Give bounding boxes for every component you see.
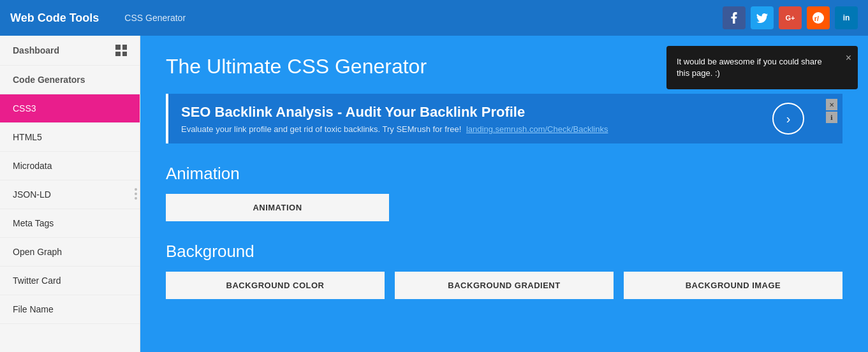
code-generators-label: Code Generators: [13, 75, 85, 85]
ad-link[interactable]: landing.semrush.com/Check/Backlinks: [466, 124, 608, 134]
ad-info-button[interactable]: ℹ: [826, 112, 837, 123]
sidebar-item-css3[interactable]: CSS3: [0, 94, 140, 123]
top-header: Web Code Tools CSS Generator G+ r/ in: [0, 0, 868, 36]
ad-banner-text: SEO Backlink Analysis - Audit Your Backl…: [181, 104, 608, 134]
sidebar-item-label: Open Graph: [13, 247, 62, 257]
sidebar-item-label: HTML5: [13, 132, 42, 142]
sidebar-item-html5[interactable]: HTML5: [0, 123, 140, 152]
gplus-icon[interactable]: G+: [779, 6, 802, 29]
sidebar-dashboard[interactable]: Dashboard: [0, 36, 140, 66]
animation-buttons: ANIMATION: [166, 194, 842, 221]
background-image-button[interactable]: BACKGROUND IMAGE: [624, 272, 842, 299]
sidebar-item-microdata[interactable]: Microdata: [0, 152, 140, 180]
main-content: It would be awesome if you could share t…: [140, 36, 868, 352]
sidebar-item-label: Microdata: [13, 161, 52, 171]
animation-button[interactable]: ANIMATION: [166, 194, 389, 221]
sidebar-item-json-ld[interactable]: JSON-LD: [0, 180, 140, 209]
toast-message: It would be awesome if you could share t…: [677, 57, 822, 78]
ad-arrow-button[interactable]: ›: [772, 103, 804, 135]
resize-handle[interactable]: [132, 186, 140, 202]
reddit-icon[interactable]: r/: [807, 6, 830, 29]
sidebar-item-open-graph[interactable]: Open Graph: [0, 238, 140, 267]
main-layout: Dashboard Code Generators CSS3 HTML5 Mic…: [0, 36, 868, 352]
ad-heading: SEO Backlink Analysis - Audit Your Backl…: [181, 104, 608, 121]
toast-close-button[interactable]: ×: [846, 51, 851, 65]
dashboard-label: Dashboard: [13, 45, 59, 55]
background-color-button[interactable]: BACKGROUND COLOR: [166, 272, 385, 299]
sidebar-item-meta-tags[interactable]: Meta Tags: [0, 209, 140, 238]
sidebar-item-file-name[interactable]: File Name: [0, 295, 140, 324]
sidebar-item-twitter-card[interactable]: Twitter Card: [0, 267, 140, 295]
ad-banner: SEO Backlink Analysis - Audit Your Backl…: [166, 94, 842, 143]
sidebar-code-generators: Code Generators: [0, 66, 140, 94]
facebook-icon[interactable]: [723, 6, 746, 29]
linkedin-icon[interactable]: in: [835, 6, 858, 29]
toast-notification: It would be awesome if you could share t…: [666, 46, 858, 89]
background-gradient-button[interactable]: BACKGROUND GRADIENT: [395, 272, 614, 299]
sidebar-item-label: CSS3: [13, 103, 36, 114]
ad-controls: ✕ ℹ: [826, 99, 837, 123]
svg-text:r/: r/: [814, 15, 819, 22]
animation-section-heading: Animation: [166, 164, 842, 184]
ad-close-button[interactable]: ✕: [826, 99, 837, 110]
dashboard-grid-icon: [115, 45, 127, 56]
background-section-heading: Background: [166, 242, 842, 261]
ad-description: Evaluate your link profile and get rid o…: [181, 124, 608, 134]
sidebar: Dashboard Code Generators CSS3 HTML5 Mic…: [0, 36, 140, 352]
background-buttons: BACKGROUND COLOR BACKGROUND GRADIENT BAC…: [166, 272, 842, 299]
sidebar-item-label: JSON-LD: [13, 189, 51, 200]
twitter-icon[interactable]: [751, 6, 774, 29]
brand-title: Web Code Tools: [10, 11, 99, 25]
social-icons-group: G+ r/ in: [723, 6, 858, 29]
sidebar-item-label: Meta Tags: [13, 218, 54, 228]
page-title: CSS Generator: [124, 13, 723, 23]
sidebar-item-label: File Name: [13, 304, 54, 314]
sidebar-item-label: Twitter Card: [13, 275, 61, 286]
